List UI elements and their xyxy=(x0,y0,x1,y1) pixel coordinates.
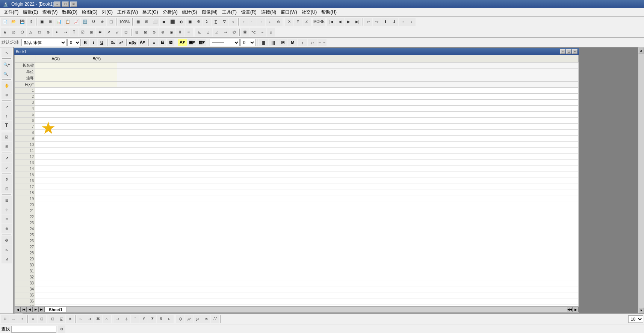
tb-btn[interactable]: → xyxy=(257,18,265,26)
meta-a-unit[interactable] xyxy=(35,69,76,75)
mdi-maximize[interactable]: □ xyxy=(566,49,571,54)
menu-column[interactable]: 列(C) xyxy=(100,8,115,16)
cell-b-1[interactable] xyxy=(76,88,117,94)
v-scrollbar[interactable]: ▲ ▼ xyxy=(638,47,644,313)
cell-b-10[interactable] xyxy=(76,142,117,148)
tb-btn[interactable]: ▶| xyxy=(353,18,361,26)
tb2-btn[interactable]: ⌘ xyxy=(241,28,249,36)
fill-color[interactable]: ▤▾ xyxy=(197,39,206,46)
text-tool[interactable]: T xyxy=(2,121,12,130)
tb2-btn[interactable]: ☑ xyxy=(79,28,87,36)
cell-b-6[interactable] xyxy=(76,118,117,124)
indent[interactable]: ⊠ xyxy=(167,39,174,46)
cell-a-12[interactable] xyxy=(35,154,76,160)
btm-btn[interactable]: ⊾ xyxy=(165,315,174,323)
cell-b-25[interactable] xyxy=(76,232,117,238)
left-btn[interactable]: ⊕ xyxy=(2,224,12,233)
h-scrollbar[interactable]: ◀ |◀ ◀ ▶ ▶| Sheet1 ◀◀ ▶ xyxy=(15,306,579,312)
cell-b-23[interactable] xyxy=(76,220,117,226)
tb2-btn[interactable]: ⊕ xyxy=(44,28,52,36)
tb2-btn[interactable]: ⌬ xyxy=(230,28,238,36)
meta-a-fx[interactable] xyxy=(35,82,76,88)
superscript-button[interactable]: x² xyxy=(117,39,125,46)
pointer-tool[interactable]: ↖ xyxy=(2,48,12,57)
cell-a-3[interactable] xyxy=(35,100,76,106)
tb-btn[interactable]: ⬛ xyxy=(168,18,177,26)
menu-view[interactable]: 查看(V) xyxy=(40,8,60,16)
align-center[interactable]: ⊟ xyxy=(159,39,166,46)
tb-btn[interactable]: Σ xyxy=(203,18,211,26)
cell-a-22[interactable] xyxy=(35,214,76,220)
cell-b-32[interactable] xyxy=(76,274,117,280)
menu-statistics[interactable]: 统计(S) xyxy=(180,8,200,16)
cell-a-8[interactable] xyxy=(35,130,76,136)
line-style-select[interactable]: ──── xyxy=(210,39,240,46)
left-btn[interactable]: ☿ xyxy=(2,175,12,184)
tb-btn[interactable]: X xyxy=(285,18,293,26)
left-btn[interactable]: ☑ xyxy=(2,132,12,141)
cell-a-16[interactable] xyxy=(35,178,76,184)
open-button[interactable]: 📂 xyxy=(9,18,18,26)
cell-b-35[interactable] xyxy=(76,292,117,298)
tb-btn[interactable]: ⊞ xyxy=(142,18,151,26)
btm-btn[interactable]: ⌯ xyxy=(202,315,210,323)
tb2-btn[interactable]: △ xyxy=(27,28,35,36)
tb2-btn[interactable]: ⊝ xyxy=(150,28,158,36)
color-btn[interactable]: αβγ xyxy=(128,39,137,46)
menu-analysis[interactable]: 分析(A) xyxy=(160,8,180,16)
cell-a-7[interactable] xyxy=(35,124,76,130)
spreadsheet-scroll-area[interactable]: A(X) B(Y) 长名称 xyxy=(15,55,579,306)
cell-a-4[interactable] xyxy=(35,106,76,112)
tb2-btn[interactable]: ⊛ xyxy=(159,28,167,36)
btm-btn[interactable]: ⊡ xyxy=(48,315,57,323)
pan-tool[interactable]: ✋ xyxy=(2,81,12,90)
tb2-btn[interactable]: ◎ xyxy=(9,28,18,36)
tb-btn[interactable]: ▣ xyxy=(186,18,194,26)
fmt-btn[interactable]: M xyxy=(288,39,297,46)
search-input[interactable] xyxy=(11,326,56,333)
draw-tool2[interactable]: ↕ xyxy=(2,111,12,120)
sheet-next[interactable]: ▶ xyxy=(33,307,39,313)
cell-b-4[interactable] xyxy=(76,106,117,112)
meta-b-fx[interactable] xyxy=(76,82,117,88)
col-header-b[interactable]: B(Y) xyxy=(76,55,117,62)
menu-worksheet[interactable]: 工作表(W) xyxy=(115,8,140,16)
tb-btn[interactable]: 📊 xyxy=(55,18,63,26)
cell-b-9[interactable] xyxy=(76,136,117,142)
tb2-btn[interactable]: ✱ xyxy=(96,28,104,36)
tb-btn[interactable]: ≈ xyxy=(229,18,237,26)
btm-btn[interactable]: ⌂ xyxy=(103,315,111,323)
btm-btn[interactable]: ⌭ xyxy=(185,315,193,323)
cell-a-27[interactable] xyxy=(35,244,76,250)
tb-btn[interactable]: Ω xyxy=(89,18,98,26)
cell-a-19[interactable] xyxy=(35,196,76,202)
cell-a-18[interactable] xyxy=(35,190,76,196)
btm-btn[interactable]: ≡ xyxy=(29,315,37,323)
tb-btn[interactable]: ⊕ xyxy=(98,18,106,26)
minimize-button[interactable]: − xyxy=(54,2,60,7)
cell-b-18[interactable] xyxy=(76,190,117,196)
draw-tool[interactable]: ↗ xyxy=(2,102,12,111)
tb2-btn[interactable]: ↗ xyxy=(104,28,113,36)
cell-b-12[interactable] xyxy=(76,154,117,160)
cell-a-1[interactable] xyxy=(35,88,76,94)
tb-btn[interactable]: Z xyxy=(302,18,311,26)
tb-btn[interactable]: ◀ xyxy=(336,18,344,26)
cell-a-15[interactable] xyxy=(35,172,76,178)
bg-color[interactable]: A▾ xyxy=(178,39,187,46)
left-btn[interactable]: ⌗ xyxy=(2,214,12,224)
tb-btn[interactable]: ↕ xyxy=(407,18,416,26)
meta-a-longname[interactable] xyxy=(35,62,76,69)
tb2-btn[interactable]: ⌥ xyxy=(249,28,258,36)
left-btn[interactable]: ↗ xyxy=(2,154,12,163)
cell-b-8[interactable] xyxy=(76,130,117,136)
cell-a-25[interactable] xyxy=(35,232,76,238)
tb-btn[interactable]: ← xyxy=(248,18,257,26)
font-color-btn[interactable]: A▾ xyxy=(138,39,147,46)
cell-b-2[interactable] xyxy=(76,94,117,100)
cell-a-17[interactable] xyxy=(35,184,76,190)
h-scroll-track[interactable] xyxy=(67,307,567,312)
h-scroll-right[interactable]: ▶ xyxy=(573,307,579,313)
cell-b-13[interactable] xyxy=(76,160,117,166)
line-width-select[interactable]: 0 xyxy=(240,39,255,46)
